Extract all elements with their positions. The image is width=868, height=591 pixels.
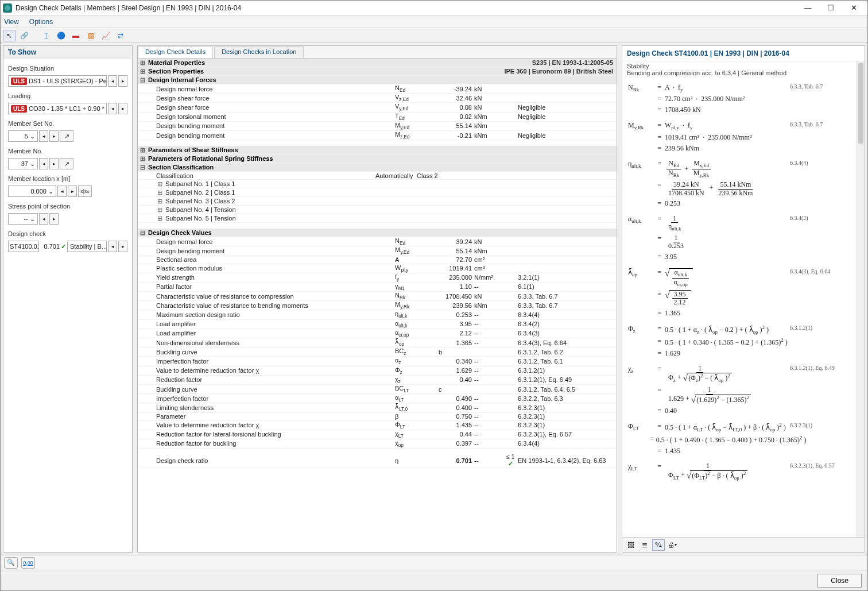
data-row[interactable]: Design normal forceNEd-39.24kN (138, 84, 617, 94)
data-row[interactable]: Characteristic value of resistance to be… (138, 301, 617, 310)
status-precision-icon[interactable]: 0,00 (21, 557, 35, 569)
ml-prev-button[interactable]: ◂ (57, 186, 67, 197)
data-row[interactable]: Yield strengthfy235.000N/mm²3.2.1(1) (138, 273, 617, 283)
data-row[interactable]: Design bending momentMy,Ed55.14kNm (138, 246, 617, 256)
ds-next-button[interactable]: ▸ (118, 75, 127, 87)
expand-icon[interactable]: ⊞ (155, 214, 164, 222)
dc-desc-combo[interactable]: Stability | B...⌄ (67, 241, 107, 252)
maximize-button[interactable]: ☐ (819, 1, 842, 15)
data-row[interactable]: ⊞Subpanel No. 1 | Class 1 (138, 180, 617, 188)
mn-pick-icon[interactable]: ↗ (60, 158, 73, 169)
data-row[interactable]: Design bending momentMy,Ed55.14kNm (138, 122, 617, 131)
tool-diagram-icon[interactable]: 📈 (99, 30, 112, 41)
tool-colors-icon[interactable]: 🔵 (55, 30, 67, 41)
dc-next-button[interactable]: ▸ (118, 241, 127, 252)
minimize-button[interactable]: — (796, 1, 819, 15)
stress-pt-input[interactable]: -- ⌄ (8, 213, 38, 225)
expand-icon[interactable]: ⊞ (138, 154, 147, 163)
category-row[interactable]: ⊟Design Internal Forces (138, 76, 617, 84)
expand-icon[interactable]: ⊟ (138, 229, 147, 237)
rt-icon-2[interactable]: ≣ (638, 539, 651, 551)
grid[interactable]: ⊞Material PropertiesS235 | EN 1993-1-1:2… (138, 59, 617, 552)
member-no-input[interactable]: 37 ⌄ (8, 158, 38, 169)
data-row[interactable]: Design bending momentMz,Ed-0.21kNmNeglig… (138, 131, 617, 140)
data-row[interactable]: Reduction factor for lateral-torsional b… (138, 430, 617, 439)
ds-prev-button[interactable]: ◂ (108, 75, 117, 87)
data-row[interactable]: Maximum section design ratioηult,k0.253-… (138, 310, 617, 319)
data-row[interactable]: Design shear forceVz,Ed32.46kN (138, 94, 617, 103)
ms-pick-icon[interactable]: ↗ (60, 130, 73, 142)
right-scrollbar[interactable] (857, 61, 865, 537)
data-row[interactable]: Design torsional momentTEd0.02kNmNegligi… (138, 113, 617, 122)
data-row[interactable]: Load amplifierαcr,op2.12--6.3.4(3) (138, 329, 617, 338)
menu-options[interactable]: Options (29, 18, 53, 26)
expand-icon[interactable]: ⊞ (155, 197, 164, 205)
expand-icon[interactable]: ⊞ (138, 59, 147, 67)
close-window-button[interactable]: ✕ (842, 1, 865, 15)
tab-location[interactable]: Design Checks in Location (214, 46, 304, 58)
data-row[interactable]: Buckling curveBCzb6.3.1.2, Tab. 6.2 (138, 347, 617, 357)
data-row[interactable]: Load amplifierαult,k3.95--6.3.4(2) (138, 320, 617, 329)
data-row[interactable]: Parameterβ0.750--6.3.2.3(1) (138, 413, 617, 421)
tool-pointer-icon[interactable]: ↖ (3, 30, 16, 41)
data-row[interactable]: Non-dimensional slendernessλ̄op1.365--6.… (138, 338, 617, 347)
sp-prev-button[interactable]: ◂ (39, 213, 48, 225)
category-row[interactable]: ⊞Section PropertiesIPE 360 | Euronorm 89… (138, 67, 617, 76)
tool-member-icon[interactable]: ▬ (69, 30, 82, 41)
expand-icon[interactable]: ⊞ (155, 180, 164, 188)
design-situation-combo[interactable]: ULS DS1 - ULS (STR/GEO) - Perma... ⌄ (8, 75, 107, 87)
category-row[interactable]: ⊞Parameters of Rotational Spring Stiffne… (138, 154, 617, 163)
loading-combo[interactable]: ULS CO30 - 1.35 * LC1 + 0.90 * LC... ⌄ (8, 103, 107, 114)
load-next-button[interactable]: ▸ (118, 103, 127, 114)
expand-icon[interactable]: ⊟ (138, 163, 147, 171)
sp-next-button[interactable]: ▸ (49, 213, 59, 225)
data-row[interactable]: ⊞Subpanel No. 4 | Tension (138, 206, 617, 214)
category-row[interactable]: ⊞Material PropertiesS235 | EN 1993-1-1:2… (138, 59, 617, 67)
tool-link-icon[interactable]: 🔗 (18, 30, 30, 41)
equations-area[interactable]: NRk=A · fy6.3.3, Tab. 6.7=72.70 cm² · 23… (622, 80, 865, 537)
tool-stress-icon[interactable]: ⇄ (114, 30, 127, 41)
data-row[interactable]: Design normal forceNEd39.24kN (138, 237, 617, 246)
rt-icon-3[interactable]: ⁹⁄₄ (652, 539, 665, 551)
data-row[interactable]: Reduction factor for bucklingχop0.397--6… (138, 439, 617, 449)
ml-x0-icon[interactable]: x|x₀ (78, 186, 92, 197)
data-row[interactable]: Partial factorγM11.10--6.1(1) (138, 283, 617, 292)
member-loc-input[interactable]: 0.000 ⌄ (8, 186, 56, 197)
category-row[interactable]: ⊟Design Check Values (138, 229, 617, 237)
member-set-input[interactable]: 5 ⌄ (8, 130, 38, 142)
data-row[interactable]: Imperfection factorαz0.340--6.3.1.2, Tab… (138, 357, 617, 366)
data-row[interactable]: ⊞Subpanel No. 2 | Class 1 (138, 188, 617, 197)
tool-result-icon[interactable]: ▨ (84, 30, 97, 41)
data-row[interactable]: Characteristic value of resistance to co… (138, 292, 617, 301)
expand-icon[interactable]: ⊞ (138, 146, 147, 154)
ml-next-button[interactable]: ▸ (68, 186, 77, 197)
expand-icon[interactable]: ⊞ (155, 188, 164, 196)
ms-next-button[interactable]: ▸ (49, 130, 59, 142)
data-row[interactable]: Design shear forceVy,Ed0.08kNNegligible (138, 103, 617, 112)
data-row[interactable]: Design check ratioη0.701--≤ 1 ✓EN 1993-1… (138, 453, 617, 468)
data-row[interactable]: ⊞Subpanel No. 3 | Class 2 (138, 197, 617, 206)
mn-next-button[interactable]: ▸ (49, 158, 59, 169)
ms-prev-button[interactable]: ◂ (39, 130, 48, 142)
rt-print-icon[interactable]: 🖨▾ (666, 539, 679, 551)
expand-icon[interactable]: ⊞ (138, 67, 147, 75)
data-row[interactable]: Limiting slendernessλ̄LT,00.400--6.3.2.3… (138, 403, 617, 412)
load-prev-button[interactable]: ◂ (108, 103, 117, 114)
data-row[interactable]: Sectional areaA72.70cm² (138, 256, 617, 264)
data-row[interactable]: Value to determine reduction factor χΦz1… (138, 366, 617, 376)
tab-details[interactable]: Design Check Details (138, 46, 213, 58)
data-row[interactable]: Reduction factorχz0.40--6.3.1.2(1), Eq. … (138, 376, 617, 385)
data-row[interactable]: Imperfection factorαLT0.490--6.3.2.2, Ta… (138, 394, 617, 403)
menu-view[interactable]: View (4, 18, 19, 26)
data-row[interactable]: ClassificationAutomaticallyClass 2 (138, 172, 617, 180)
data-row[interactable]: Value to determine reduction factor χΦLT… (138, 421, 617, 430)
status-search-icon[interactable]: 🔍 (4, 557, 18, 569)
rt-icon-1[interactable]: 🖼 (625, 539, 637, 551)
data-row[interactable]: Plastic section modulusWpl,y1019.41cm³ (138, 264, 617, 273)
expand-icon[interactable]: ⊟ (138, 76, 147, 84)
dc-prev-button[interactable]: ◂ (108, 241, 117, 252)
close-button[interactable]: Close (817, 574, 862, 588)
expand-icon[interactable]: ⊞ (155, 206, 164, 214)
category-row[interactable]: ⊞Parameters of Shear Stiffness (138, 146, 617, 154)
tool-section-icon[interactable]: ⌶ (40, 30, 52, 41)
